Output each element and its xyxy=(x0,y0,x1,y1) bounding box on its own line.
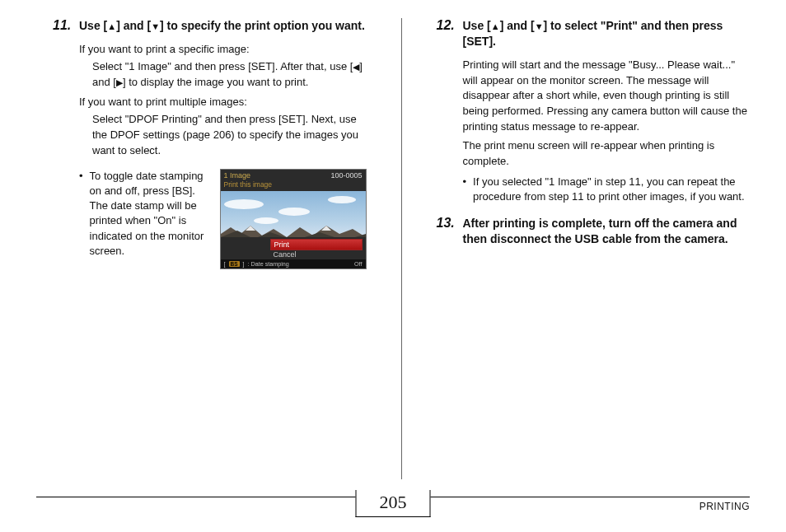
up-triangle-icon: ▲ xyxy=(491,21,500,33)
step-12-title: Use [▲] and [▼] to select "Print" and th… xyxy=(463,18,751,49)
step-11: 11. Use [▲] and [▼] to specify the print… xyxy=(53,18,367,34)
bullet-icon: • xyxy=(79,169,83,269)
camera-lcd-preview: 1 Image Print this image 100-0005 xyxy=(220,169,367,269)
step-12-body2: The print menu screen will re-appear whe… xyxy=(463,138,751,170)
lcd-bs-badge: BS xyxy=(229,261,240,267)
step-11-body1a: Select "1 Image" and then press [SET]. A… xyxy=(92,59,367,91)
section-name: PRINTING xyxy=(699,501,750,512)
cloud-icon xyxy=(224,199,264,209)
step-12-bullet-text: If you selected "1 Image" in step 11, yo… xyxy=(473,175,750,204)
lcd-menu-cancel: Cancel xyxy=(270,250,363,259)
step-number: 12. xyxy=(437,18,456,49)
text: Use [ xyxy=(79,19,107,32)
step-11-body2a: Select "DPOF Printing" and then press [S… xyxy=(92,112,367,159)
lcd-datestamp-value: Off xyxy=(354,260,362,268)
two-column-layout: 11. Use [▲] and [▼] to specify the print… xyxy=(53,18,750,479)
text: ] to specify the print option you want. xyxy=(160,19,365,32)
page-footer: 205 PRINTING xyxy=(36,497,750,525)
cloud-icon xyxy=(278,208,310,216)
step-12-body1: Printing will start and the message "Bus… xyxy=(463,58,751,135)
page-number: 205 xyxy=(356,490,431,517)
step-content: Use [▲] and [▼] to specify the print opt… xyxy=(79,18,367,34)
text: ] and [ xyxy=(500,19,535,32)
lcd-bottombar: [ BS ] : Date stamping Off xyxy=(221,259,366,268)
step-number: 13. xyxy=(437,216,456,247)
step-13: 13. After printing is complete, turn off… xyxy=(437,216,751,247)
step-12: 12. Use [▲] and [▼] to select "Print" an… xyxy=(437,18,751,49)
cloud-icon xyxy=(328,196,356,203)
step-11-body2: If you want to print multiple images: xyxy=(79,95,367,110)
step-11-title: Use [▲] and [▼] to specify the print opt… xyxy=(79,18,367,34)
step-11-body1: If you want to print a specific image: xyxy=(79,42,367,58)
manual-page: 11. Use [▲] and [▼] to specify the print… xyxy=(0,0,786,532)
step-12-bullet-row: • If you selected "1 Image" in step 11, … xyxy=(463,175,751,204)
svg-marker-2 xyxy=(246,226,255,231)
column-divider xyxy=(401,18,402,479)
up-triangle-icon: ▲ xyxy=(107,21,116,33)
lcd-menu: Print Cancel [ BS ] : Date stamping Off xyxy=(221,237,366,268)
footer-row: 205 PRINTING xyxy=(36,501,750,525)
lcd-top-left-line2: Print this image xyxy=(224,180,363,189)
step-content: Use [▲] and [▼] to select "Print" and th… xyxy=(463,18,751,49)
bullet-icon: • xyxy=(463,175,467,204)
text: ] to display the image you want to print… xyxy=(123,76,308,88)
down-triangle-icon: ▼ xyxy=(151,21,160,33)
step-11-bullet-text: To toggle date stamping on and off, pres… xyxy=(90,169,213,269)
lcd-bracket: ] xyxy=(243,260,245,268)
step-11-bullet-row: • To toggle date stamping on and off, pr… xyxy=(79,169,367,269)
left-column: 11. Use [▲] and [▼] to specify the print… xyxy=(53,18,367,479)
lcd-datestamp-label: : Date stamping xyxy=(248,260,289,268)
lcd-menu-print: Print xyxy=(270,239,363,250)
lcd-topbar: 1 Image Print this image 100-0005 xyxy=(221,170,366,191)
text: Select "1 Image" and then press [SET]. A… xyxy=(92,60,353,72)
lcd-bracket: [ xyxy=(224,260,226,268)
text: ] and [ xyxy=(116,19,151,32)
text: Use [ xyxy=(463,19,491,32)
lcd-top-right: 100-0005 xyxy=(330,171,362,180)
right-triangle-icon: ▶ xyxy=(116,77,123,90)
right-column: 12. Use [▲] and [▼] to select "Print" an… xyxy=(437,18,751,479)
step-13-title: After printing is complete, turn off the… xyxy=(463,216,751,247)
down-triangle-icon: ▼ xyxy=(535,21,544,33)
step-number: 11. xyxy=(53,18,73,34)
